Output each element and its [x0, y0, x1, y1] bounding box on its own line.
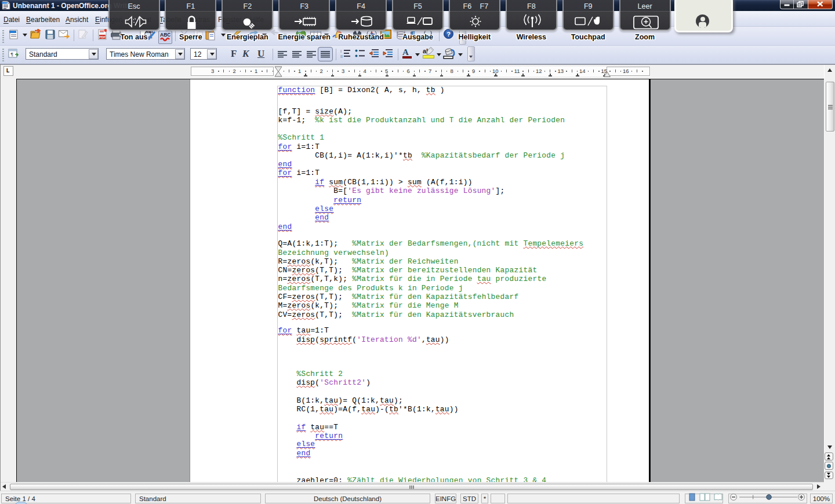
svg-text:¶: ¶ [10, 52, 13, 57]
svg-text:II: II [340, 54, 343, 59]
svg-text:I: I [340, 49, 342, 53]
